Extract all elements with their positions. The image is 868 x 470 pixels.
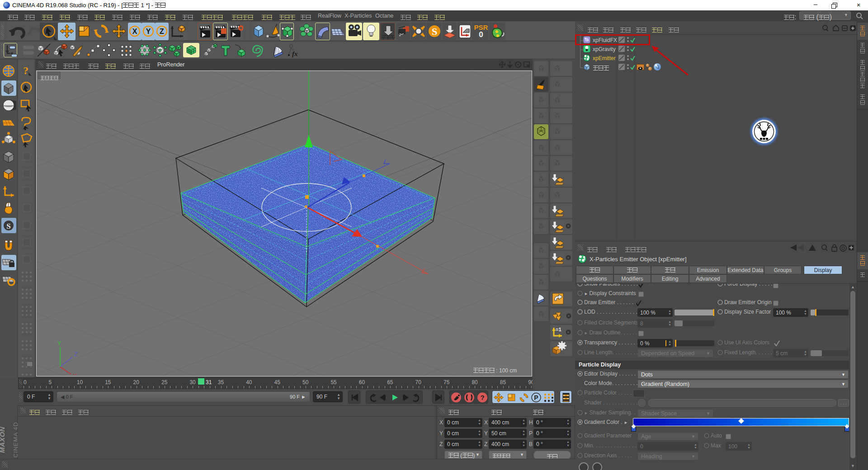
svg-text:P: P	[534, 394, 538, 401]
svg-text:Y: Y	[57, 340, 61, 347]
svg-text:?: ?	[23, 65, 28, 76]
svg-text:Z: Z	[160, 28, 164, 35]
svg-text:Y: Y	[146, 28, 151, 35]
svg-text:Z: Z	[74, 351, 78, 357]
svg-text:?: ?	[480, 394, 484, 401]
svg-text:S: S	[432, 26, 437, 37]
svg-text:fx: fx	[292, 50, 298, 57]
svg-text:S: S	[6, 222, 10, 230]
svg-text:X: X	[73, 372, 77, 375]
svg-text:X: X	[132, 28, 137, 35]
svg-text:=1: =1	[556, 327, 561, 332]
